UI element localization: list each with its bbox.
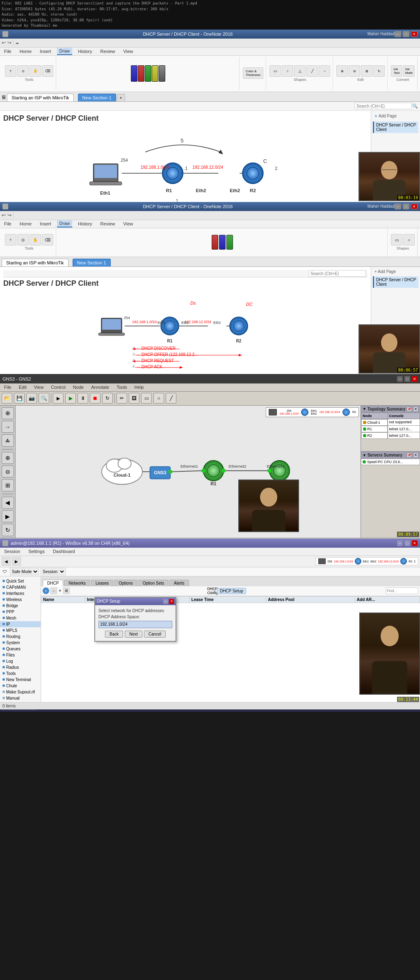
gns3-line-btn[interactable]: ╱: [166, 393, 176, 404]
wb-system[interactable]: System: [0, 640, 41, 646]
gns3-arrow-btn[interactable]: →: [2, 421, 14, 433]
notebook-tab[interactable]: Starting an ISP with MikroTik: [7, 94, 74, 101]
gns3-forward-btn[interactable]: ▶: [2, 510, 14, 522]
wb-capsman[interactable]: CAPsMAN: [0, 584, 41, 590]
gns3-net-btn[interactable]: 🖧: [2, 434, 14, 446]
wb-session-select[interactable]: Session:: [41, 568, 66, 575]
gns3-screenshot-btn[interactable]: 📷: [26, 393, 37, 404]
wb-session[interactable]: Session: [2, 548, 23, 555]
servers-pin-btn[interactable]: 📌: [406, 452, 412, 458]
dialog-min-btn[interactable]: ─: [163, 599, 168, 604]
search-input[interactable]: [354, 103, 412, 109]
p2-pen-red[interactable]: [212, 235, 218, 250]
wb-interfaces[interactable]: Interfaces: [0, 590, 41, 597]
wb-chute[interactable]: Chute: [0, 683, 41, 689]
wb-queues[interactable]: Queues: [0, 646, 41, 652]
topo-row-r2[interactable]: R2 telnet 127.0...: [361, 432, 420, 439]
wb-add-btn[interactable]: +: [43, 588, 49, 594]
topo-row-cloud[interactable]: Cloud-1 not supported: [361, 419, 420, 426]
lasso-tool[interactable]: ⊙: [17, 65, 29, 77]
gns3-edit-tb-btn[interactable]: ✏: [116, 393, 127, 404]
wb-safemode-icon[interactable]: 🛡: [2, 568, 8, 575]
p2-pen-blue[interactable]: [219, 235, 226, 250]
p2-section-tab[interactable]: New Section 1: [73, 259, 111, 266]
shape-arrow[interactable]: →: [319, 65, 330, 77]
gns3-rect-btn[interactable]: ▭: [141, 393, 152, 404]
menu-history[interactable]: History: [75, 48, 94, 55]
topo-close-btn[interactable]: ✕: [413, 406, 418, 412]
dialog-next-btn[interactable]: Next: [125, 631, 142, 638]
gns3-ellipse-btn[interactable]: ○: [153, 393, 164, 404]
gns3-file[interactable]: File: [2, 384, 14, 390]
wb-mesh[interactable]: Mesh: [0, 615, 41, 621]
wb-tools[interactable]: Tools: [0, 670, 41, 677]
winbox-min-btn[interactable]: ─: [397, 540, 403, 546]
gns3-zoom-out-btn[interactable]: ⊖: [2, 466, 14, 477]
menu-draw[interactable]: Draw: [57, 48, 73, 55]
type-tool[interactable]: T: [5, 65, 16, 77]
pen-tool-gray[interactable]: [159, 65, 165, 82]
wb-tab-networks[interactable]: Networks: [64, 580, 90, 586]
gns3-back-btn[interactable]: ◀: [2, 497, 14, 509]
p2-pen-green[interactable]: [226, 235, 233, 250]
wb-tab-leases[interactable]: Leases: [91, 580, 113, 586]
p2-add-page[interactable]: + Add Page: [373, 269, 418, 275]
wb-settings-btn[interactable]: ⚙: [63, 588, 70, 594]
wb-tab-alerts[interactable]: Alerts: [169, 580, 189, 586]
servers-close-btn[interactable]: ✕: [413, 452, 418, 458]
wb-remove-btn[interactable]: −: [50, 588, 57, 594]
wb-quick-set[interactable]: Quick Set: [0, 578, 41, 584]
gns3-save-btn[interactable]: 💾: [14, 393, 25, 404]
close-button[interactable]: ✕: [411, 31, 418, 37]
wb-config-tab[interactable]: DHCP Config: [209, 588, 216, 594]
search-icon[interactable]: 🔍: [412, 103, 418, 109]
p2-notebook-tab[interactable]: Starting an ISP with MikroTik: [2, 259, 68, 266]
delete-btn[interactable]: ⊖: [349, 65, 360, 77]
pen-tool-yellow[interactable]: [152, 65, 158, 82]
gns3-reload-btn[interactable]: ↻: [102, 393, 113, 404]
wb-manual[interactable]: Manual: [0, 695, 41, 701]
gns3-console-btn[interactable]: ▶: [53, 393, 64, 404]
gns3-min-btn[interactable]: ─: [397, 376, 403, 382]
wb-new-terminal[interactable]: New Terminal: [0, 677, 41, 683]
wb-setup-tab[interactable]: DHCP Setup: [217, 588, 246, 594]
shape-circle[interactable]: ○: [282, 65, 293, 77]
ink-text-btn[interactable]: InkText: [391, 65, 402, 77]
shape-rect[interactable]: ▭: [269, 65, 281, 77]
dhcp-address-input[interactable]: [98, 621, 172, 628]
close-btn-2[interactable]: ✕: [411, 204, 418, 209]
dialog-back-btn[interactable]: Back: [105, 631, 123, 638]
gns3-image-btn[interactable]: 🖼: [129, 393, 139, 404]
wb-ppp[interactable]: PPP: [0, 609, 41, 615]
add-section-button[interactable]: +: [117, 94, 125, 101]
gns3-help[interactable]: Help: [132, 384, 146, 390]
gns3-zoom-in-btn[interactable]: ⊕: [2, 452, 14, 464]
wb-bridge[interactable]: Bridge: [0, 603, 41, 609]
wb-ip[interactable]: IP: [0, 621, 41, 627]
gns3-stop-btn[interactable]: ⏹: [90, 393, 100, 404]
rotate-btn[interactable]: ↻: [373, 65, 385, 77]
p2-erase[interactable]: ⌫: [42, 234, 53, 246]
wb-settings[interactable]: Settings: [26, 548, 47, 555]
gns3-play-btn[interactable]: ▶: [65, 393, 76, 404]
menu-file[interactable]: File: [2, 48, 14, 55]
menu-home[interactable]: Home: [17, 48, 34, 55]
topo-expand-btn[interactable]: ▼: [363, 407, 366, 411]
gns3-move-btn[interactable]: ⊕: [2, 407, 14, 419]
wb-mpls[interactable]: MPLS: [0, 627, 41, 633]
wb-files[interactable]: Files: [0, 652, 41, 658]
gns3-pause-btn[interactable]: ⏸: [78, 393, 88, 404]
pen-tool-green[interactable]: [145, 65, 151, 82]
p2-lasso[interactable]: ⊙: [17, 234, 29, 246]
maximize-button[interactable]: □: [403, 31, 409, 37]
gns3-open-btn[interactable]: 📂: [2, 393, 12, 404]
wb-back-btn[interactable]: ◀: [2, 557, 11, 566]
gns3-max-btn[interactable]: □: [404, 376, 410, 382]
gns3-zoom-btn[interactable]: 🔍: [39, 393, 49, 404]
gns3-fit-btn[interactable]: ⊞: [2, 479, 14, 491]
wb-tab-options[interactable]: Options: [114, 580, 137, 586]
winbox-max-btn[interactable]: □: [404, 540, 410, 546]
arrange-btn[interactable]: ⊞: [361, 65, 372, 77]
wb-forward-btn[interactable]: ▶: [12, 557, 21, 566]
dialog-close-btn[interactable]: ✕: [169, 599, 174, 604]
